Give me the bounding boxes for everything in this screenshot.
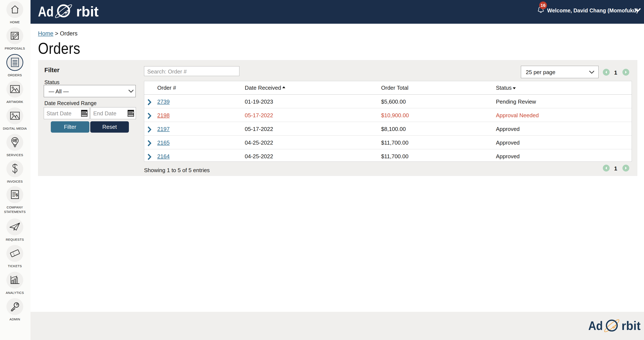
svg-text:Ad: Ad xyxy=(38,4,54,20)
svg-text:Ad: Ad xyxy=(588,319,603,332)
svg-text:$: $ xyxy=(16,193,18,197)
svg-text:rbit: rbit xyxy=(622,319,640,332)
svg-text:rbit: rbit xyxy=(76,4,98,20)
